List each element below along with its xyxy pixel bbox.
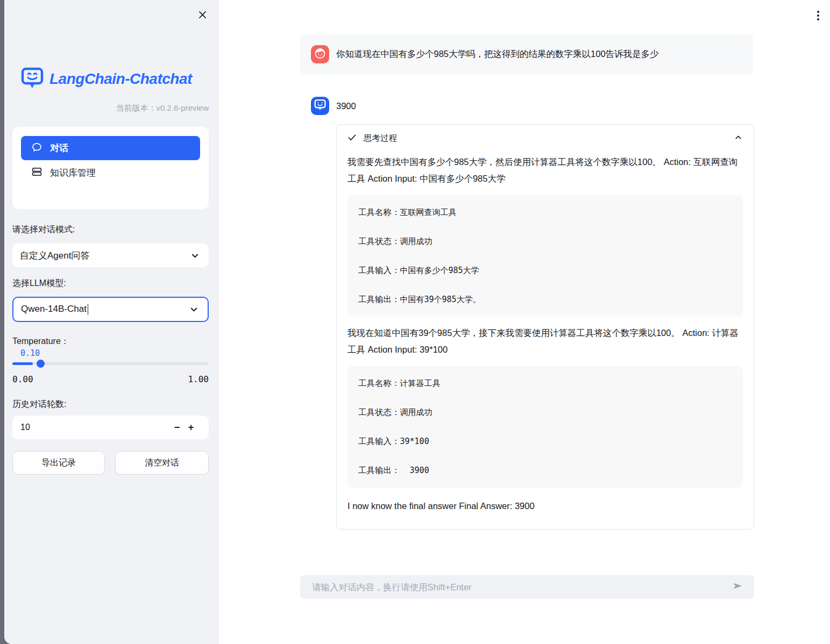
thought-paragraph-1: 我需要先查找中国有多少个985大学，然后使用计算器工具将这个数字乘以100。 A… [347, 154, 744, 187]
tool-row: 工具名称：计算器工具 [358, 379, 732, 388]
temperature-label: Temperature： [12, 336, 69, 347]
check-icon [347, 133, 357, 144]
history-rounds-stepper[interactable]: 10 − + [12, 416, 209, 439]
send-button[interactable] [728, 578, 747, 596]
tool-row: 工具输入：39*100 [358, 437, 732, 446]
chevron-down-icon [189, 304, 199, 314]
tool-row: 工具输入：中国有多少个985大学 [358, 266, 732, 275]
thought-paragraph-2: 我现在知道中国有39个985大学，接下来我需要使用计算器工具将这个数字乘以100… [347, 325, 744, 358]
decrement-button[interactable]: − [170, 422, 184, 433]
assistant-avatar [311, 97, 329, 115]
slider-fill [12, 362, 33, 365]
close-icon [197, 10, 208, 22]
chat-input-container [300, 575, 754, 599]
brand-title: LangChain-Chatchat [49, 70, 192, 88]
temperature-value: 0.10 [20, 348, 40, 358]
history-rounds-label: 历史对话轮数: [12, 399, 66, 410]
sidebar-close-button[interactable] [195, 9, 209, 23]
history-rounds-value: 10 [20, 423, 170, 432]
nav-card: 对话 知识库管理 [12, 127, 209, 209]
clear-dialogue-button[interactable]: 清空对话 [115, 451, 209, 475]
chat-bubble-icon [31, 141, 42, 155]
tool-row: 工具输出：中国有39个985大学。 [358, 295, 732, 304]
export-records-button[interactable]: 导出记录 [12, 451, 105, 475]
sidebar-item-dialogue[interactable]: 对话 [21, 136, 200, 160]
expander-title: 思考过程 [364, 133, 727, 144]
final-answer-text: I now know the final answer Final Answer… [347, 501, 743, 511]
user-avatar [311, 45, 329, 63]
sidebar-item-knowledge-base[interactable]: 知识库管理 [21, 161, 200, 185]
send-icon [731, 579, 744, 595]
expander-body: 我需要先查找中国有多少个985大学，然后使用计算器工具将这个数字乘以100。 A… [337, 152, 754, 511]
thought-process-expander: 思考过程 我需要先查找中国有多少个985大学，然后使用计算器工具将这个数字乘以1… [336, 124, 754, 529]
menu-icon [817, 11, 819, 13]
expander-header[interactable]: 思考过程 [337, 125, 754, 152]
llm-model-value: Qwen-14B-Chat [21, 304, 87, 314]
tool-row: 工具状态：调用成功 [358, 237, 732, 246]
user-message: 你知道现在中国有多少个985大学吗，把这得到的结果的数字乘以100告诉我是多少 [300, 34, 753, 74]
dialog-mode-value: 自定义Agent问答 [20, 249, 89, 262]
app-window: LangChain-Chatchat 当前版本：v0.2.6-preview 对… [4, 0, 830, 644]
llm-model-label: 选择LLM模型: [12, 278, 66, 289]
chevron-down-icon [190, 251, 200, 261]
assistant-answer-text: 3900 [336, 101, 356, 111]
tool-call-box-1: 工具名称：互联网查询工具 工具状态：调用成功 工具输入：中国有多少个985大学 … [347, 195, 743, 317]
tool-call-box-2: 工具名称：计算器工具 工具状态：调用成功 工具输入：39*100 工具输出： 3… [347, 366, 743, 488]
increment-button[interactable]: + [184, 422, 198, 433]
slider-min-label: 0.00 [12, 374, 33, 384]
user-avatar-icon [314, 47, 327, 62]
assistant-message: 3900 [311, 97, 356, 115]
tool-row: 工具名称：互联网查询工具 [358, 208, 732, 217]
temperature-slider[interactable] [12, 362, 209, 365]
tool-row: 工具输出： 3900 [358, 466, 732, 475]
slider-max-label: 1.00 [188, 374, 209, 384]
sidebar-item-label: 对话 [50, 142, 68, 154]
brand-logo: LangChain-Chatchat [20, 66, 192, 92]
sidebar-item-label: 知识库管理 [50, 167, 96, 179]
bot-avatar-icon [314, 98, 327, 113]
llm-model-select[interactable]: Qwen-14B-Chat [12, 297, 209, 322]
text-cursor [88, 304, 89, 315]
version-text: 当前版本：v0.2.6-preview [116, 103, 209, 113]
dialog-mode-select[interactable]: 自定义Agent问答 [12, 244, 209, 267]
chat-input[interactable] [311, 582, 728, 593]
slider-thumb[interactable] [37, 360, 45, 368]
user-message-text: 你知道现在中国有多少个985大学吗，把这得到的结果的数字乘以100告诉我是多少 [336, 48, 659, 60]
tool-row: 工具状态：调用成功 [358, 408, 732, 417]
screen: LangChain-Chatchat 当前版本：v0.2.6-preview 对… [0, 0, 830, 644]
sidebar: LangChain-Chatchat 当前版本：v0.2.6-preview 对… [4, 0, 219, 644]
server-icon [31, 166, 42, 180]
main-menu-button[interactable] [811, 8, 825, 24]
chevron-up-icon [734, 133, 743, 144]
dialog-mode-label: 请选择对话模式: [12, 224, 75, 235]
logo-chat-bubble-icon [20, 66, 44, 92]
